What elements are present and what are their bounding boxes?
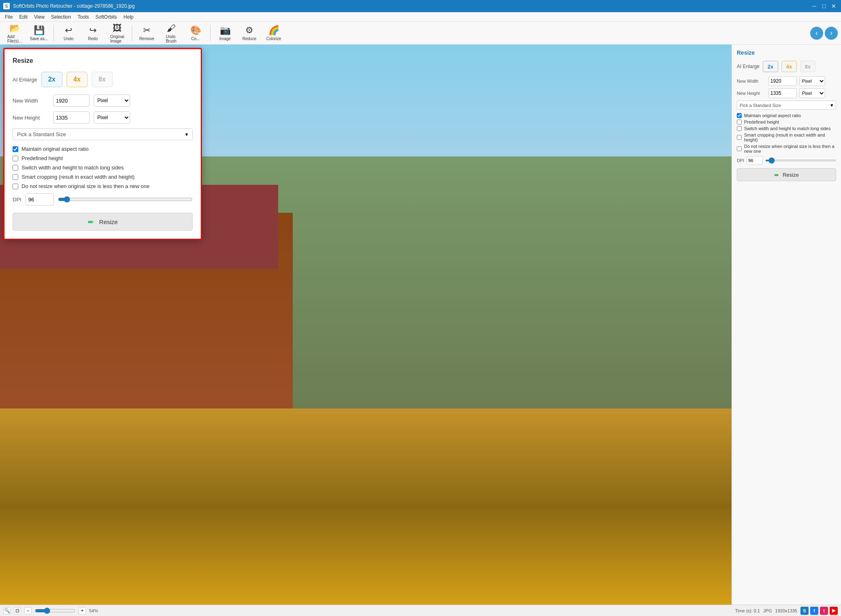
redo-button[interactable]: ↪ Redo	[82, 23, 104, 43]
modal-checkbox-smart-crop: Smart cropping (result in exact width an…	[13, 174, 193, 180]
image-button[interactable]: 📷 Image	[214, 23, 236, 43]
panel-width-row: New Width Pixel Percent	[737, 76, 836, 86]
remove-label: Remove	[139, 36, 154, 41]
zoom-in-button[interactable]: 🔍	[3, 607, 11, 614]
panel-checkbox-switch-dimensions: Switch width and height to match long si…	[737, 126, 836, 131]
panel-dpi-slider[interactable]	[765, 160, 836, 161]
panel-dpi-input[interactable]	[747, 156, 763, 165]
dimensions-label: 1920x1335	[775, 608, 797, 613]
panel-resize-button-label: Resize	[783, 172, 799, 178]
panel-checkbox-predefined-height: Predefined height	[737, 120, 836, 124]
checkbox-smart-crop-label: Smart cropping (result in exact width an…	[21, 174, 135, 180]
zoom-slider[interactable]	[35, 607, 75, 614]
panel-ai-enlarge-row: AI Enlarge 2x 4x 8x	[737, 61, 836, 72]
colorize-icon: 🌈	[268, 25, 279, 36]
zoom-plus-button[interactable]: +	[79, 607, 86, 614]
reduce-button[interactable]: ⚙ Reduce	[238, 23, 261, 43]
maximize-button[interactable]: □	[820, 2, 828, 10]
fit-button[interactable]: ⊡	[14, 607, 21, 614]
panel-width-unit-select[interactable]: Pixel Percent	[799, 76, 825, 86]
checkbox-predefined-height[interactable]	[13, 156, 18, 161]
modal-width-unit-select[interactable]: Pixel Percent Inch cm	[94, 94, 130, 107]
menu-edit[interactable]: Edit	[16, 13, 31, 21]
nav-next-button[interactable]: ›	[825, 27, 838, 40]
save-as-button[interactable]: 💾 Save as...	[28, 23, 50, 43]
title-bar-controls: ─ □ ✕	[810, 2, 838, 10]
undo-brush-button[interactable]: 🖌 UndoBrush	[160, 23, 182, 43]
add-files-label: AddFile(s)...	[7, 34, 22, 43]
panel-height-row: New Height Pixel Percent	[737, 88, 836, 98]
title-bar: S SoftOrbits Photo Retoucher - cottage-2…	[0, 0, 841, 12]
softorbits-social-icon[interactable]: S	[800, 607, 809, 615]
undo-label: Undo	[64, 36, 73, 41]
panel-cb-switch-dimensions[interactable]	[737, 126, 742, 131]
checkbox-smart-crop[interactable]	[13, 174, 18, 180]
image-icon: 📷	[220, 25, 231, 36]
panel-height-unit-select[interactable]: Pixel Percent	[799, 88, 825, 98]
enlarge-2x-button[interactable]: 2x	[41, 72, 62, 87]
modal-checkbox-predefined-height: Predefined height	[13, 155, 193, 161]
panel-cb-aspect-ratio-label: Maintain original aspect ratio	[744, 113, 801, 118]
colorize-left-button[interactable]: 🎨 Co...	[184, 23, 207, 43]
close-button[interactable]: ✕	[830, 2, 838, 10]
resize-modal: Resize AI Enlarge 2x 4x 8x New Width Pix…	[3, 48, 202, 240]
panel-cb-smart-crop-label: Smart cropping (result in exact width an…	[744, 133, 836, 142]
panel-cb-no-resize-label: Do not resize when original size is less…	[744, 144, 836, 154]
enlarge-8x-button[interactable]: 8x	[92, 72, 113, 87]
minimize-button[interactable]: ─	[810, 2, 818, 10]
modal-dpi-slider[interactable]	[58, 196, 193, 203]
checkbox-aspect-ratio[interactable]	[13, 146, 18, 152]
panel-cb-no-resize[interactable]	[737, 146, 742, 151]
panel-height-input[interactable]	[768, 88, 797, 98]
panel-cb-predefined-height-label: Predefined height	[744, 120, 779, 124]
modal-height-input[interactable]	[53, 111, 90, 124]
panel-cb-smart-crop[interactable]	[737, 135, 742, 140]
modal-width-input[interactable]	[53, 94, 90, 107]
nav-prev-button[interactable]: ‹	[810, 27, 823, 40]
panel-enlarge-8x-button[interactable]: 8x	[800, 61, 815, 72]
reduce-label: Reduce	[242, 36, 256, 41]
panel-checkbox-no-resize: Do not resize when original size is less…	[737, 144, 836, 154]
modal-dpi-input[interactable]	[26, 193, 54, 205]
modal-checkbox-no-resize: Do not resize when original size is less…	[13, 183, 193, 189]
panel-resize-button[interactable]: ➨ Resize	[737, 168, 836, 181]
zoom-out-btn-minus[interactable]: −	[24, 607, 32, 614]
modal-width-row: New Width Pixel Percent Inch cm	[13, 94, 193, 107]
modal-height-unit-select[interactable]: Pixel Percent Inch cm	[94, 111, 130, 124]
menu-selection[interactable]: Selection	[48, 13, 74, 21]
menu-help[interactable]: Help	[120, 13, 137, 21]
panel-enlarge-4x-button[interactable]: 4x	[781, 61, 797, 72]
facebook-icon[interactable]: f	[810, 607, 818, 615]
remove-button[interactable]: ✂ Remove	[135, 23, 158, 43]
panel-enlarge-2x-button[interactable]: 2x	[763, 61, 778, 72]
modal-standard-size-dropdown[interactable]: Pick a Standard Size ▾	[13, 128, 193, 140]
checkbox-switch-dimensions-label: Switch width and height to match long si…	[21, 165, 124, 171]
menu-softorbits[interactable]: SoftOrbits	[92, 13, 120, 21]
panel-cb-aspect-ratio[interactable]	[737, 113, 742, 118]
remove-icon: ✂	[143, 25, 150, 36]
checkbox-predefined-height-label: Predefined height	[21, 155, 63, 161]
panel-standard-size-dropdown[interactable]: Pick a Standard Size ▾	[737, 101, 836, 110]
main-layout: Resize AI Enlarge 2x 4x 8x New Width Pix…	[0, 45, 841, 605]
modal-resize-button[interactable]: ➨ Resize	[13, 213, 193, 231]
panel-cb-predefined-height[interactable]	[737, 120, 742, 124]
panel-resize-arrow-icon: ➨	[774, 171, 779, 179]
menu-file[interactable]: File	[2, 13, 16, 21]
checkbox-switch-dimensions[interactable]	[13, 165, 18, 171]
colorize-button[interactable]: 🌈 Colorize	[262, 23, 285, 43]
panel-checkbox-smart-crop: Smart cropping (result in exact width an…	[737, 133, 836, 142]
enlarge-4x-button[interactable]: 4x	[67, 72, 88, 87]
add-files-button[interactable]: 📂 AddFile(s)...	[3, 23, 26, 43]
original-image-button[interactable]: 🖼 OriginalImage	[106, 23, 129, 43]
dropdown-chevron-icon: ▾	[185, 131, 188, 137]
original-image-icon: 🖼	[113, 23, 122, 34]
youtube-icon[interactable]: ▶	[830, 607, 838, 615]
menu-view[interactable]: View	[31, 13, 48, 21]
panel-width-input[interactable]	[768, 76, 797, 86]
menu-tools[interactable]: Tools	[74, 13, 92, 21]
twitter-icon[interactable]: t	[820, 607, 828, 615]
app-title: SoftOrbits Photo Retoucher - cottage-297…	[13, 3, 135, 9]
checkbox-no-resize[interactable]	[13, 184, 18, 189]
undo-button[interactable]: ↩ Undo	[57, 23, 80, 43]
modal-ai-label: AI Enlarge	[13, 77, 37, 83]
